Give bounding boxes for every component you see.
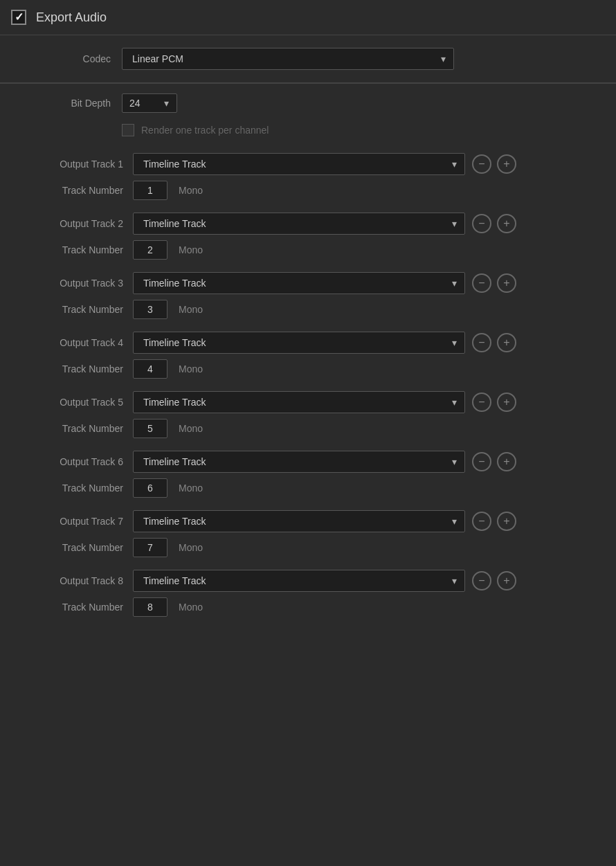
track-select-wrapper-5: Timeline Track xyxy=(133,391,465,413)
track-select-wrapper-4: Timeline Track xyxy=(133,332,465,354)
output-track-label-7: Output Track 7 xyxy=(12,516,123,527)
add-track-4-button[interactable]: + xyxy=(497,333,516,352)
track-number-row-6: Track Number Mono xyxy=(7,476,609,503)
codec-row: Codec Linear PCM AAC MP3 xyxy=(0,35,616,83)
track-number-input-3[interactable] xyxy=(133,300,167,319)
output-track-row-7: Output Track 7 Timeline Track − + xyxy=(7,505,609,535)
track-number-input-5[interactable] xyxy=(133,419,167,438)
render-one-track-checkbox[interactable] xyxy=(122,124,134,136)
track-number-input-1[interactable] xyxy=(133,181,167,200)
render-one-track-label: Render one track per channel xyxy=(141,125,269,136)
track-select-4[interactable]: Timeline Track xyxy=(133,332,465,354)
remove-track-3-button[interactable]: − xyxy=(472,273,491,293)
mono-label-3: Mono xyxy=(179,304,203,315)
bit-depth-select[interactable]: 16 24 32 xyxy=(122,93,177,113)
track-number-row-7: Track Number Mono xyxy=(7,535,609,563)
track-controls-2: − + xyxy=(472,214,516,233)
track-controls-7: − + xyxy=(472,512,516,531)
output-track-row-4: Output Track 4 Timeline Track − + xyxy=(7,326,609,357)
track-select-1[interactable]: Timeline Track xyxy=(133,153,465,175)
track-select-2[interactable]: Timeline Track xyxy=(133,213,465,235)
track-controls-3: − + xyxy=(472,273,516,293)
track-number-row-4: Track Number Mono xyxy=(7,357,609,384)
output-track-label-5: Output Track 5 xyxy=(12,397,123,408)
add-track-8-button[interactable]: + xyxy=(497,571,516,590)
track-group-2: Output Track 2 Timeline Track − + Track … xyxy=(7,207,609,265)
track-number-label-7: Track Number xyxy=(12,542,123,553)
track-number-input-4[interactable] xyxy=(133,359,167,379)
add-track-1-button[interactable]: + xyxy=(497,154,516,174)
track-number-row-8: Track Number Mono xyxy=(7,595,609,622)
mono-label-1: Mono xyxy=(179,185,203,196)
track-select-6[interactable]: Timeline Track xyxy=(133,451,465,473)
add-track-2-button[interactable]: + xyxy=(497,214,516,233)
mono-label-4: Mono xyxy=(179,363,203,375)
add-track-3-button[interactable]: + xyxy=(497,273,516,293)
output-track-label-1: Output Track 1 xyxy=(12,159,123,170)
codec-label: Codec xyxy=(42,53,111,64)
track-number-input-6[interactable] xyxy=(133,478,167,498)
bit-depth-row: Bit Depth 16 24 32 xyxy=(0,84,616,118)
track-select-wrapper-6: Timeline Track xyxy=(133,451,465,473)
track-controls-8: − + xyxy=(472,571,516,590)
remove-track-4-button[interactable]: − xyxy=(472,333,491,352)
remove-track-2-button[interactable]: − xyxy=(472,214,491,233)
mono-label-5: Mono xyxy=(179,423,203,434)
output-track-label-6: Output Track 6 xyxy=(12,456,123,467)
add-track-5-button[interactable]: + xyxy=(497,393,516,412)
track-number-label-6: Track Number xyxy=(12,482,123,494)
track-controls-4: − + xyxy=(472,333,516,352)
export-audio-title: Export Audio xyxy=(36,10,107,25)
remove-track-6-button[interactable]: − xyxy=(472,452,491,471)
add-track-7-button[interactable]: + xyxy=(497,512,516,531)
track-select-wrapper-1: Timeline Track xyxy=(133,153,465,175)
output-track-row-3: Output Track 3 Timeline Track − + xyxy=(7,267,609,297)
checkmark-icon: ✓ xyxy=(15,12,24,23)
output-track-row-1: Output Track 1 Timeline Track − + xyxy=(7,147,609,178)
remove-track-7-button[interactable]: − xyxy=(472,512,491,531)
export-audio-checkbox[interactable]: ✓ xyxy=(11,10,26,25)
remove-track-5-button[interactable]: − xyxy=(472,393,491,412)
track-number-label-4: Track Number xyxy=(12,363,123,375)
mono-label-6: Mono xyxy=(179,482,203,494)
track-group-6: Output Track 6 Timeline Track − + Track … xyxy=(7,445,609,503)
track-select-wrapper-8: Timeline Track xyxy=(133,570,465,592)
output-track-row-8: Output Track 8 Timeline Track − + xyxy=(7,564,609,595)
mono-label-2: Mono xyxy=(179,244,203,255)
track-group-8: Output Track 8 Timeline Track − + Track … xyxy=(7,564,609,622)
track-number-input-8[interactable] xyxy=(133,597,167,617)
tracks-section: Output Track 1 Timeline Track − + Track … xyxy=(0,147,616,638)
render-one-track-row: Render one track per channel xyxy=(0,118,616,147)
codec-select-wrapper: Linear PCM AAC MP3 xyxy=(122,48,454,70)
export-audio-panel: ✓ Export Audio Codec Linear PCM AAC MP3 … xyxy=(0,0,616,638)
track-group-5: Output Track 5 Timeline Track − + Track … xyxy=(7,386,609,444)
track-number-label-5: Track Number xyxy=(12,423,123,434)
output-track-row-5: Output Track 5 Timeline Track − + xyxy=(7,386,609,416)
track-select-5[interactable]: Timeline Track xyxy=(133,391,465,413)
track-number-input-7[interactable] xyxy=(133,538,167,557)
track-group-1: Output Track 1 Timeline Track − + Track … xyxy=(7,147,609,206)
track-controls-6: − + xyxy=(472,452,516,471)
remove-track-1-button[interactable]: − xyxy=(472,154,491,174)
track-group-4: Output Track 4 Timeline Track − + Track … xyxy=(7,326,609,384)
bit-depth-label: Bit Depth xyxy=(42,98,111,109)
track-select-7[interactable]: Timeline Track xyxy=(133,510,465,532)
bit-depth-select-wrapper: 16 24 32 xyxy=(122,93,177,113)
track-select-8[interactable]: Timeline Track xyxy=(133,570,465,592)
track-number-label-3: Track Number xyxy=(12,304,123,315)
track-select-wrapper-3: Timeline Track xyxy=(133,272,465,294)
output-track-label-8: Output Track 8 xyxy=(12,575,123,586)
track-number-input-2[interactable] xyxy=(133,240,167,260)
track-number-row-1: Track Number Mono xyxy=(7,178,609,206)
output-track-label-3: Output Track 3 xyxy=(12,278,123,289)
codec-select[interactable]: Linear PCM AAC MP3 xyxy=(122,48,454,70)
add-track-6-button[interactable]: + xyxy=(497,452,516,471)
output-track-row-2: Output Track 2 Timeline Track − + xyxy=(7,207,609,237)
track-select-3[interactable]: Timeline Track xyxy=(133,272,465,294)
track-group-7: Output Track 7 Timeline Track − + Track … xyxy=(7,505,609,563)
track-controls-5: − + xyxy=(472,393,516,412)
mono-label-7: Mono xyxy=(179,542,203,553)
output-track-row-6: Output Track 6 Timeline Track − + xyxy=(7,445,609,476)
remove-track-8-button[interactable]: − xyxy=(472,571,491,590)
track-number-label-1: Track Number xyxy=(12,185,123,196)
